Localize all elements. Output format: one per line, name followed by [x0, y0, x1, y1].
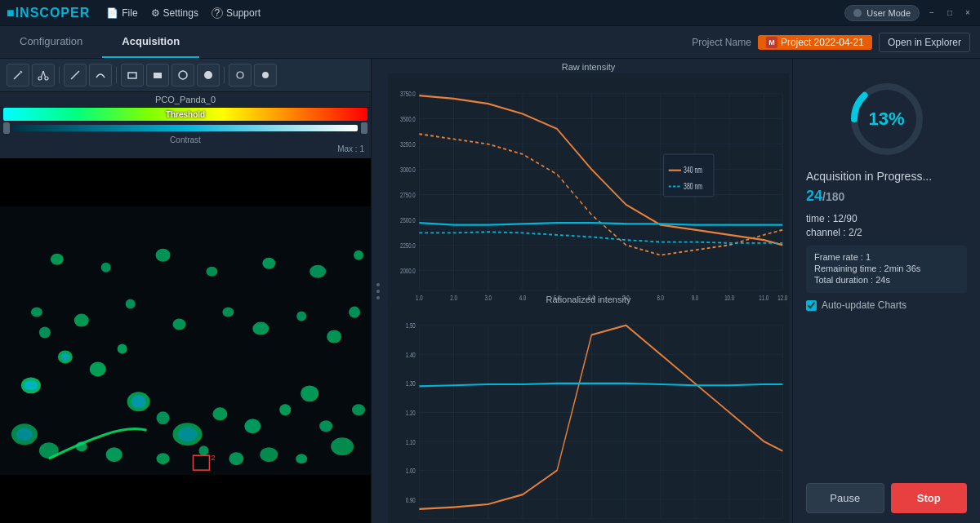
svg-point-28 [319, 420, 332, 432]
circle-outline-tool[interactable] [172, 64, 194, 86]
user-mode-label: User Mode [866, 8, 911, 18]
wand-tool[interactable] [7, 64, 29, 86]
contrast-left-handle[interactable] [3, 122, 10, 134]
action-buttons: Pause Stop [806, 476, 967, 513]
max-label: Max : 1 [3, 144, 368, 155]
svg-point-47 [296, 312, 306, 321]
svg-rect-7 [128, 73, 136, 78]
svg-point-51 [101, 263, 111, 273]
raw-chart-svg: 3750.0 3500.0 3250.0 3000.0 2750.0 2500.… [388, 73, 789, 306]
tab-configuration[interactable]: Configuration [0, 26, 102, 58]
main-content: PCO_Panda_0 Threshold Contrast Max : 1 [0, 59, 980, 523]
file-menu[interactable]: 📄 File [106, 7, 137, 19]
svg-point-26 [279, 404, 291, 415]
main-tabs: Configuration Acquisition [0, 26, 199, 58]
svg-point-17 [90, 361, 106, 376]
curve-tool[interactable] [89, 64, 112, 86]
svg-text:340 nm: 340 nm [684, 166, 702, 175]
blob-outline-tool[interactable] [229, 64, 252, 86]
svg-text:3000.0: 3000.0 [400, 166, 416, 175]
channel-value: 2/2 [849, 227, 862, 238]
acquisition-progress: 24/180 [806, 188, 967, 205]
svg-line-6 [71, 71, 79, 79]
toggle-indicator [853, 9, 862, 17]
project-badge: M Project 2022-04-21 [758, 35, 872, 50]
svg-point-3 [45, 77, 48, 80]
line-tool[interactable] [64, 64, 87, 86]
dot-3 [376, 296, 380, 299]
svg-line-1 [20, 71, 22, 73]
camera-label: PCO_Panda_0 [0, 92, 371, 108]
auto-update-label[interactable]: Auto-update Charts [822, 299, 906, 311]
raw-intensity-chart: Raw intensity [385, 59, 792, 291]
tab-acquisition[interactable]: Acquisition [102, 26, 199, 58]
tool-bar [0, 59, 371, 92]
titlebar: ■INSCOPER 📄 File ⚙ Settings ? Support Us… [0, 0, 980, 26]
tab-acquisition-label: Acquisition [122, 35, 180, 47]
contrast-track[interactable] [13, 125, 358, 131]
project-badge-text: Project 2022-04-21 [781, 37, 864, 48]
svg-point-39 [296, 454, 307, 463]
rationalized-chart-title: Rationalized intensity [388, 291, 789, 306]
svg-text:2: 2 [211, 454, 215, 462]
acq-current: 24 [806, 188, 822, 204]
dot-2 [376, 290, 380, 293]
threshold-label: Threshold [166, 110, 205, 119]
svg-text:2000.0: 2000.0 [400, 267, 416, 276]
svg-text:2250.0: 2250.0 [400, 242, 416, 250]
cut-tool[interactable] [32, 64, 55, 86]
menu-bar: 📄 File ⚙ Settings ? Support [106, 7, 261, 19]
auto-update-checkbox[interactable] [806, 300, 817, 311]
svg-point-9 [179, 71, 187, 79]
user-mode-toggle[interactable]: User Mode [844, 5, 920, 21]
circle-fill-tool[interactable] [197, 64, 220, 86]
svg-point-36 [198, 445, 208, 455]
logo-text: INSCOPER [16, 6, 91, 20]
svg-point-45 [222, 308, 234, 317]
rect-outline-tool[interactable] [121, 64, 144, 86]
svg-point-18 [118, 343, 127, 353]
settings-icon: ⚙ [151, 7, 160, 19]
project-name-label: Project Name [692, 37, 751, 48]
time-label: time : [806, 213, 830, 224]
minimize-button[interactable]: − [926, 7, 938, 19]
stop-button[interactable]: Stop [891, 483, 968, 513]
svg-point-20 [131, 395, 146, 408]
contrast-bar [3, 121, 368, 135]
pause-button[interactable]: Pause [806, 483, 884, 513]
raw-chart-title: Raw intensity [388, 59, 789, 73]
svg-text:2750.0: 2750.0 [400, 191, 416, 200]
chart-panel: Raw intensity [385, 59, 792, 523]
svg-point-16 [39, 327, 51, 339]
support-menu[interactable]: ? Support [212, 7, 261, 19]
blob-fill-tool[interactable] [254, 64, 277, 86]
remaining-time-line: Remaining time : 2min 36s [814, 264, 959, 273]
contrast-right-handle[interactable] [361, 122, 368, 134]
svg-point-27 [301, 385, 318, 401]
support-icon: ? [212, 7, 223, 19]
image-view[interactable]: 2 1 [0, 158, 371, 523]
rect-fill-tool[interactable] [146, 64, 169, 86]
svg-point-35 [157, 453, 170, 464]
svg-point-40 [352, 404, 365, 415]
progress-circle: 13% [806, 78, 967, 160]
fluorescence-image: 2 1 [0, 158, 371, 523]
settings-menu[interactable]: ⚙ Settings [151, 7, 198, 19]
chart-sidebar-dots [372, 59, 385, 523]
svg-point-13 [24, 380, 38, 390]
svg-point-38 [260, 447, 278, 462]
camera-name: PCO_Panda_0 [155, 95, 216, 104]
tool-separator-2 [116, 67, 117, 83]
status-panel: 13% Acquisition in Progress... 24/180 ti… [792, 59, 980, 523]
svg-text:380 nm: 380 nm [684, 182, 702, 192]
maximize-button[interactable]: □ [944, 7, 956, 19]
acquisition-label: Acquisition in Progress... [806, 170, 967, 183]
color-bar-section: Threshold Contrast Max : 1 [0, 108, 371, 158]
threshold-bar[interactable]: Threshold [3, 108, 368, 121]
svg-point-53 [206, 267, 217, 277]
total-duration-line: Total duration : 24s [814, 275, 959, 285]
frame-rate-line: Frame rate : 1 [814, 252, 959, 262]
close-button[interactable]: × [962, 7, 973, 19]
file-menu-label: File [122, 7, 137, 19]
open-in-explorer-button[interactable]: Open in Explorer [879, 33, 970, 52]
